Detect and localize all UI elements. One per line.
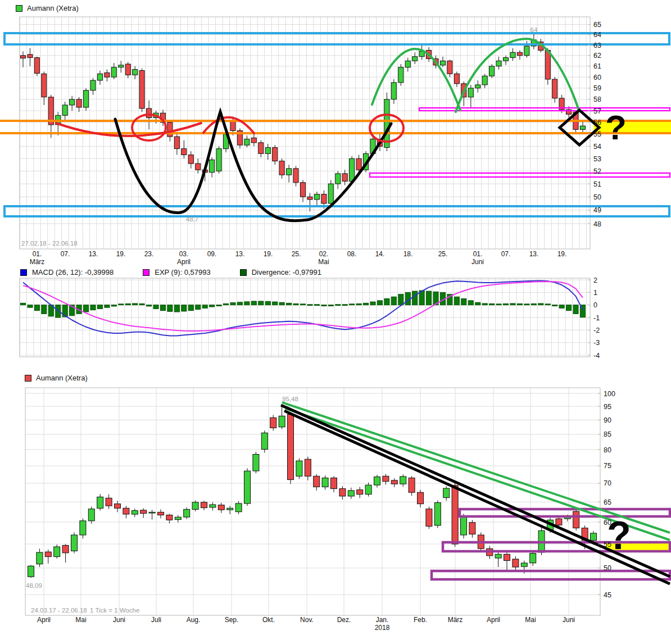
svg-text:April: April	[487, 616, 500, 624]
svg-text:85: 85	[604, 430, 611, 438]
svg-text:Nov.: Nov.	[300, 616, 314, 624]
macd-legend-label: MACD (26, 12): -0,39998	[32, 268, 114, 276]
svg-text:März: März	[448, 616, 463, 624]
svg-text:-3: -3	[593, 339, 600, 347]
svg-text:63: 63	[593, 42, 601, 49]
svg-text:03.: 03.	[179, 250, 189, 258]
svg-text:Okt.: Okt.	[262, 616, 275, 624]
svg-text:70: 70	[604, 479, 611, 487]
svg-text:13.: 13.	[529, 250, 539, 258]
svg-text:1 Tick = 1 Woche: 1 Tick = 1 Woche	[90, 607, 139, 614]
divergence-legend-label: Divergence: -0,97991	[252, 268, 321, 276]
top-candlestick-series	[21, 34, 586, 212]
top-chart-legend-label: Aumann (Xetra)	[27, 4, 79, 12]
svg-text:April: April	[37, 616, 51, 624]
blue-support-resistance-band	[4, 206, 669, 216]
svg-text:57: 57	[593, 107, 601, 115]
svg-text:23.: 23.	[144, 250, 154, 258]
purple-level-band	[460, 509, 670, 516]
svg-text:52: 52	[593, 167, 601, 175]
svg-text:50: 50	[604, 564, 611, 572]
svg-text:02.: 02.	[319, 250, 329, 258]
svg-text:25.: 25.	[438, 250, 448, 258]
svg-text:April: April	[177, 258, 191, 266]
svg-text:07.: 07.	[501, 250, 511, 258]
macd-square-icon	[20, 269, 27, 276]
green-square-icon	[16, 5, 22, 12]
svg-text:75: 75	[604, 462, 611, 470]
svg-text:54: 54	[593, 143, 601, 151]
chart-canvas: 656463626160595857565554535251504948210-…	[0, 0, 671, 644]
svg-text:Sep.: Sep.	[225, 616, 239, 624]
svg-text:Juni: Juni	[113, 616, 125, 624]
macd-legend-item: EXP (9): 0,57993	[143, 268, 211, 276]
macd-line	[23, 281, 583, 336]
purple-level-band	[432, 571, 670, 579]
macd-legend: MACD (26, 12): -0,39998 EXP (9): 0,57993…	[20, 268, 321, 276]
red-hill-arc	[203, 117, 254, 133]
svg-text:60: 60	[593, 74, 601, 81]
svg-text:48: 48	[593, 220, 601, 228]
macd-legend-item: Divergence: -0,97991	[240, 268, 321, 276]
svg-text:08.: 08.	[347, 250, 357, 258]
svg-text:01.: 01.	[33, 250, 42, 258]
svg-text:01.: 01.	[473, 250, 483, 258]
svg-text:65: 65	[604, 498, 611, 506]
question-mark-annotation-bottom: ?	[607, 516, 631, 555]
exp-square-icon	[143, 269, 149, 276]
svg-text:18.: 18.	[403, 250, 413, 258]
svg-text:-2: -2	[593, 326, 600, 334]
svg-text:-1: -1	[593, 314, 600, 322]
svg-text:58: 58	[593, 96, 601, 103]
svg-text:65: 65	[593, 21, 601, 29]
svg-text:März: März	[30, 258, 45, 266]
svg-text:Mai: Mai	[525, 616, 536, 624]
svg-text:Juni: Juni	[471, 258, 484, 266]
svg-text:80: 80	[604, 446, 611, 454]
svg-text:09.: 09.	[207, 250, 217, 258]
svg-text:53: 53	[593, 155, 601, 163]
bottom-chart-legend-label: Aumann (Xetra)	[36, 374, 88, 382]
svg-text:55: 55	[593, 130, 601, 138]
svg-text:48,7: 48,7	[186, 216, 198, 223]
svg-text:07.: 07.	[61, 250, 70, 258]
svg-text:90: 90	[604, 416, 611, 424]
red-square-icon	[25, 375, 31, 382]
svg-text:19.: 19.	[264, 250, 273, 258]
svg-text:45: 45	[604, 591, 611, 599]
svg-text:51: 51	[593, 180, 601, 188]
svg-text:2: 2	[593, 276, 597, 284]
svg-text:56: 56	[593, 119, 601, 126]
divergence-square-icon	[240, 269, 247, 276]
magenta-level-band	[370, 173, 670, 177]
svg-text:13.: 13.	[235, 250, 245, 258]
top-chart-legend: Aumann (Xetra)	[16, 4, 79, 12]
macd-legend-item: MACD (26, 12): -0,39998	[20, 268, 114, 276]
svg-text:19.: 19.	[116, 250, 126, 258]
svg-text:19.: 19.	[557, 250, 567, 258]
svg-text:49: 49	[593, 206, 601, 214]
svg-text:Jan.: Jan.	[376, 616, 389, 624]
svg-text:61: 61	[593, 62, 601, 70]
svg-text:59: 59	[593, 84, 601, 92]
svg-text:95: 95	[604, 403, 611, 411]
svg-text:Mai: Mai	[75, 616, 86, 624]
svg-text:64: 64	[593, 31, 601, 39]
svg-text:1: 1	[593, 289, 597, 297]
svg-text:95,48: 95,48	[282, 396, 298, 402]
svg-text:100: 100	[604, 390, 615, 398]
svg-text:Dez.: Dez.	[337, 616, 351, 624]
bottom-chart-legend: Aumann (Xetra)	[25, 374, 88, 382]
svg-text:50: 50	[593, 193, 601, 201]
svg-text:24.03.17 - 22.06.18: 24.03.17 - 22.06.18	[31, 607, 87, 614]
svg-text:64: 64	[531, 26, 538, 33]
svg-text:Juli: Juli	[151, 616, 161, 624]
svg-text:14.: 14.	[375, 250, 385, 258]
svg-text:Aug.: Aug.	[187, 616, 201, 624]
svg-text:62: 62	[593, 52, 601, 60]
macd-histogram	[21, 291, 586, 318]
question-mark-annotation-top: ?	[605, 110, 627, 145]
svg-text:13.: 13.	[89, 250, 98, 258]
svg-text:2018: 2018	[375, 624, 390, 632]
exp-legend-label: EXP (9): 0,57993	[155, 268, 211, 276]
